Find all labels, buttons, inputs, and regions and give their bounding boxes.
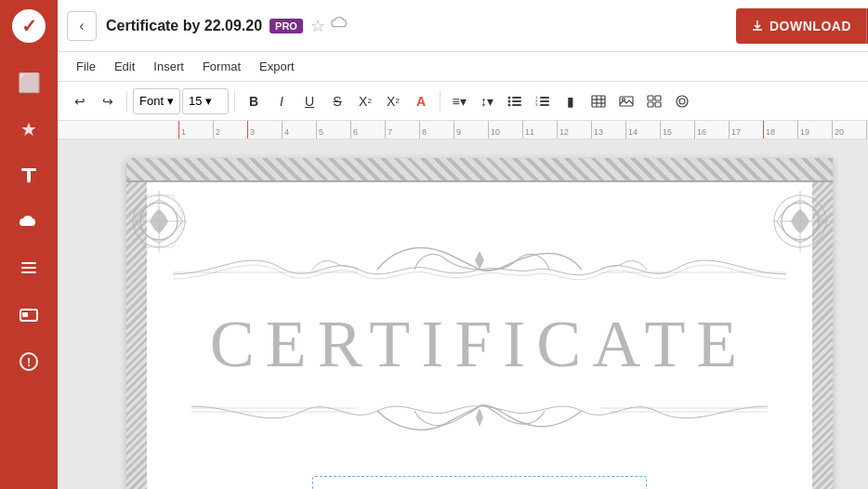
circle-button[interactable] — [669, 88, 695, 114]
ruler-mark: 4 — [282, 121, 316, 139]
ruler-mark: 19 — [797, 121, 832, 139]
menu-edit[interactable]: Edit — [105, 56, 144, 77]
font-size-selector[interactable]: 15 ▾ — [182, 88, 229, 114]
toolbar-sep-2 — [234, 91, 235, 112]
underline-button[interactable]: U — [296, 88, 322, 114]
alert-circle-icon: ! — [20, 352, 38, 371]
line-spacing-button[interactable]: ↕▾ — [474, 88, 500, 114]
ruler-mark: 3 — [247, 121, 282, 139]
bold-button[interactable]: B — [241, 88, 267, 114]
sidebar-item-design[interactable] — [0, 154, 58, 197]
ruler: 1 2 3 4 5 6 7 8 9 10 11 12 13 14 15 16 1… — [58, 121, 868, 139]
download-button[interactable]: DOWNLOAD — [736, 8, 866, 44]
svg-rect-14 — [512, 104, 521, 106]
svg-point-9 — [508, 96, 511, 99]
ruler-marks: 1 2 3 4 5 6 7 8 9 10 11 12 13 14 15 16 1… — [58, 121, 868, 139]
svg-point-11 — [508, 99, 511, 102]
sidebar-icon-list: ⬜ ★ — [0, 61, 58, 383]
svg-point-13 — [508, 103, 511, 106]
card-icon — [20, 308, 38, 323]
menu-insert[interactable]: Insert — [144, 56, 193, 77]
table-button[interactable] — [585, 88, 612, 114]
subscript-button[interactable]: X2 — [380, 88, 406, 114]
ruler-mark: 2 — [213, 121, 247, 139]
canvas-area[interactable]: CERTIFICATE — [58, 139, 868, 489]
svg-rect-3 — [21, 267, 36, 269]
ruler-mark: 16 — [694, 121, 729, 139]
highlight-button[interactable]: ▮ — [558, 88, 584, 114]
svg-rect-6 — [22, 312, 28, 317]
toolbar: ↩ ↪ Font ▾ 15 ▾ B I U S X2 X2 A ≡▾ ↕▾ — [58, 82, 868, 121]
certificate-title-text: CERTIFICATE — [210, 307, 749, 381]
sidebar-item-cloud[interactable] — [0, 201, 58, 244]
back-button[interactable]: ‹ — [67, 11, 97, 41]
font-family-selector[interactable]: Font ▾ — [133, 88, 180, 114]
cloud-icon — [19, 215, 39, 230]
text-align-button[interactable]: ≡▾ — [446, 88, 472, 114]
ruler-mark: 1 — [178, 121, 213, 139]
ruler-mark: 20 — [832, 121, 866, 139]
numbered-list-button[interactable]: 1. 2. 3. — [530, 88, 556, 114]
image-button[interactable] — [613, 88, 639, 114]
font-color-button[interactable]: A — [408, 88, 434, 114]
cloud-save-icon[interactable] — [331, 16, 349, 35]
ruler-mark: 15 — [660, 121, 694, 139]
top-bar: ‹ Certificate by 22.09.20 PRO ☆ DOWNLOAD… — [58, 0, 868, 52]
special-chars-button[interactable] — [641, 88, 667, 114]
ruler-mark: 9 — [454, 121, 488, 139]
svg-text:3.: 3. — [535, 102, 538, 107]
favorite-icon[interactable]: ☆ — [310, 16, 325, 36]
ruler-mark: 11 — [522, 121, 557, 139]
ruler-mark: 5 — [316, 121, 350, 139]
sidebar-item-pages[interactable] — [0, 247, 58, 290]
logo-checkmark: ✓ — [12, 9, 46, 43]
svg-rect-21 — [592, 96, 605, 107]
svg-rect-10 — [512, 97, 521, 99]
ruler-mark: 18 — [763, 121, 797, 139]
svg-rect-4 — [21, 271, 36, 273]
document-title: Certificate by 22.09.20 — [106, 18, 262, 34]
cert-top-band — [126, 158, 833, 182]
undo-button[interactable]: ↩ — [67, 88, 93, 114]
svg-rect-26 — [620, 97, 633, 106]
cert-title-area: CERTIFICATE — [154, 306, 805, 383]
svg-point-32 — [677, 96, 688, 107]
ruler-mark: 8 — [419, 121, 454, 139]
sidebar-item-templates[interactable] — [0, 294, 58, 337]
bullet-list-button[interactable] — [502, 88, 528, 114]
ruler-mark: 14 — [625, 121, 660, 139]
italic-button[interactable]: I — [269, 88, 295, 114]
ruler-mark: 6 — [350, 121, 385, 139]
lines-icon — [20, 260, 38, 277]
svg-rect-1 — [27, 171, 31, 181]
ruler-mark: 12 — [557, 121, 591, 139]
sidebar-item-info[interactable]: ! — [0, 340, 58, 383]
redo-button[interactable]: ↪ — [95, 88, 121, 114]
toolbar-sep-1 — [126, 91, 127, 112]
svg-rect-2 — [21, 262, 36, 264]
ruler-mark: 13 — [591, 121, 625, 139]
app-logo[interactable]: ✓ — [0, 0, 58, 52]
certificate-container: CERTIFICATE — [126, 158, 833, 489]
main-content: ‹ Certificate by 22.09.20 PRO ☆ DOWNLOAD… — [58, 0, 868, 489]
cert-swirl-top — [154, 228, 805, 315]
svg-point-33 — [679, 99, 685, 104]
download-icon — [751, 20, 764, 33]
cert-text-input[interactable]: Tap to type the text here — [312, 476, 647, 489]
menu-export[interactable]: Export — [250, 56, 304, 77]
superscript-button[interactable]: X2 — [352, 88, 378, 114]
svg-rect-12 — [512, 100, 521, 102]
sidebar-item-favorites[interactable]: ★ — [0, 108, 58, 151]
menu-format[interactable]: Format — [193, 56, 250, 77]
svg-rect-30 — [648, 102, 653, 107]
menu-file[interactable]: File — [67, 56, 105, 77]
svg-rect-16 — [540, 97, 549, 99]
strikethrough-button[interactable]: S — [324, 88, 350, 114]
svg-rect-31 — [655, 102, 661, 107]
pro-badge: PRO — [270, 19, 303, 33]
paint-icon — [20, 166, 38, 185]
sidebar-item-layout[interactable]: ⬜ — [0, 61, 58, 104]
menu-bar: File Edit Insert Format Export — [58, 52, 868, 82]
svg-rect-18 — [540, 100, 549, 102]
cert-swirl-bottom — [154, 378, 805, 461]
